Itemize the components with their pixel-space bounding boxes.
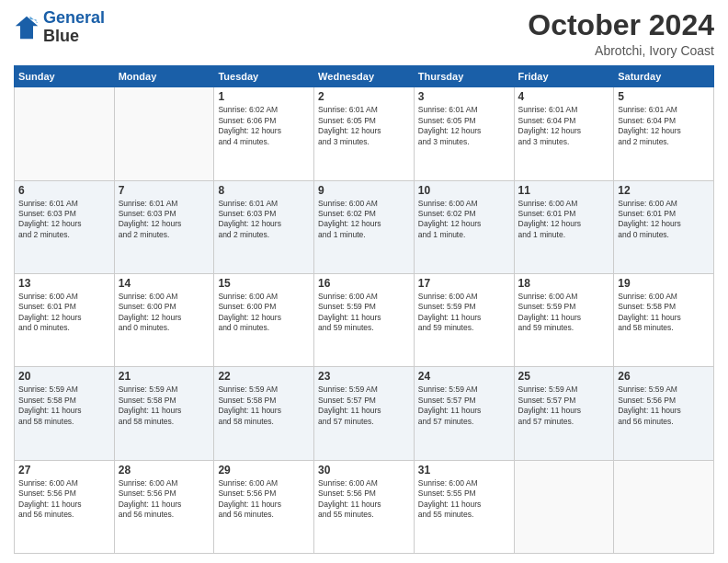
calendar-cell: 24Sunrise: 5:59 AMSunset: 5:57 PMDayligh… — [414, 367, 514, 460]
day-number: 15 — [218, 277, 310, 290]
day-number: 28 — [119, 464, 210, 477]
day-number: 9 — [318, 184, 410, 197]
day-info: Sunrise: 6:00 AMSunset: 6:02 PMDaylight:… — [318, 199, 410, 241]
day-number: 10 — [418, 184, 510, 197]
calendar-cell: 1Sunrise: 6:02 AMSunset: 6:06 PMDaylight… — [214, 87, 314, 180]
day-info: Sunrise: 5:59 AMSunset: 5:57 PMDaylight:… — [418, 385, 510, 427]
calendar-cell: 11Sunrise: 6:00 AMSunset: 6:01 PMDayligh… — [514, 180, 614, 273]
day-info: Sunrise: 6:01 AMSunset: 6:04 PMDaylight:… — [618, 105, 710, 147]
calendar-week-2: 6Sunrise: 6:01 AMSunset: 6:03 PMDaylight… — [15, 180, 714, 273]
calendar-header-row: SundayMondayTuesdayWednesdayThursdayFrid… — [15, 66, 714, 87]
day-number: 22 — [218, 370, 310, 383]
day-number: 13 — [18, 277, 110, 290]
day-info: Sunrise: 6:01 AMSunset: 6:05 PMDaylight:… — [318, 105, 410, 147]
day-number: 26 — [618, 370, 710, 383]
day-number: 23 — [318, 370, 410, 383]
day-info: Sunrise: 6:00 AMSunset: 6:00 PMDaylight:… — [218, 292, 310, 334]
col-header-friday: Friday — [514, 66, 614, 87]
day-number: 3 — [418, 90, 510, 103]
calendar-cell: 16Sunrise: 6:00 AMSunset: 5:59 PMDayligh… — [314, 273, 415, 366]
day-info: Sunrise: 5:59 AMSunset: 5:58 PMDaylight:… — [18, 385, 110, 427]
calendar-cell: 13Sunrise: 6:00 AMSunset: 6:01 PMDayligh… — [15, 273, 115, 366]
calendar-cell: 5Sunrise: 6:01 AMSunset: 6:04 PMDaylight… — [614, 87, 714, 180]
day-number: 11 — [518, 184, 610, 197]
col-header-saturday: Saturday — [614, 66, 714, 87]
day-number: 20 — [18, 370, 110, 383]
day-info: Sunrise: 6:00 AMSunset: 5:58 PMDaylight:… — [618, 292, 710, 334]
day-info: Sunrise: 6:00 AMSunset: 5:59 PMDaylight:… — [518, 292, 610, 334]
calendar-cell: 26Sunrise: 5:59 AMSunset: 5:56 PMDayligh… — [614, 367, 714, 460]
day-info: Sunrise: 6:00 AMSunset: 5:59 PMDaylight:… — [418, 292, 510, 334]
calendar-table: SundayMondayTuesdayWednesdayThursdayFrid… — [14, 65, 714, 554]
calendar-cell: 23Sunrise: 5:59 AMSunset: 5:57 PMDayligh… — [314, 367, 415, 460]
calendar-cell: 18Sunrise: 6:00 AMSunset: 5:59 PMDayligh… — [514, 273, 614, 366]
day-info: Sunrise: 6:01 AMSunset: 6:03 PMDaylight:… — [119, 199, 210, 241]
day-number: 19 — [618, 277, 710, 290]
page: General Blue October 2024 Abrotchi, Ivor… — [0, 0, 728, 563]
title-block: October 2024 Abrotchi, Ivory Coast — [528, 9, 714, 58]
day-info: Sunrise: 6:00 AMSunset: 6:01 PMDaylight:… — [18, 292, 110, 334]
day-number: 7 — [119, 184, 210, 197]
logo-line1: General — [43, 8, 105, 27]
day-number: 14 — [119, 277, 210, 290]
calendar-cell: 17Sunrise: 6:00 AMSunset: 5:59 PMDayligh… — [414, 273, 514, 366]
day-number: 5 — [618, 90, 710, 103]
day-number: 29 — [218, 464, 310, 477]
day-number: 4 — [518, 90, 610, 103]
day-number: 1 — [218, 90, 310, 103]
calendar-cell — [15, 87, 115, 180]
calendar-cell: 10Sunrise: 6:00 AMSunset: 6:02 PMDayligh… — [414, 180, 514, 273]
day-info: Sunrise: 6:00 AMSunset: 5:55 PMDaylight:… — [418, 478, 510, 521]
calendar-cell: 3Sunrise: 6:01 AMSunset: 6:05 PMDaylight… — [414, 87, 514, 180]
logo-text: General Blue — [43, 9, 105, 46]
calendar-cell: 14Sunrise: 6:00 AMSunset: 6:00 PMDayligh… — [114, 273, 214, 366]
calendar-cell — [514, 460, 614, 553]
calendar-cell: 29Sunrise: 6:00 AMSunset: 5:56 PMDayligh… — [214, 460, 314, 553]
day-info: Sunrise: 6:00 AMSunset: 5:56 PMDaylight:… — [119, 478, 210, 521]
day-number: 17 — [418, 277, 510, 290]
day-number: 21 — [119, 370, 210, 383]
day-number: 25 — [518, 370, 610, 383]
logo-icon — [14, 15, 40, 40]
day-info: Sunrise: 6:00 AMSunset: 5:56 PMDaylight:… — [18, 478, 110, 521]
col-header-tuesday: Tuesday — [214, 66, 314, 87]
calendar-cell: 21Sunrise: 5:59 AMSunset: 5:58 PMDayligh… — [114, 367, 214, 460]
day-number: 24 — [418, 370, 510, 383]
day-info: Sunrise: 5:59 AMSunset: 5:58 PMDaylight:… — [218, 385, 310, 427]
calendar-cell: 25Sunrise: 5:59 AMSunset: 5:57 PMDayligh… — [514, 367, 614, 460]
calendar-cell — [614, 460, 714, 553]
calendar-cell: 20Sunrise: 5:59 AMSunset: 5:58 PMDayligh… — [15, 367, 115, 460]
logo: General Blue — [14, 9, 105, 46]
col-header-thursday: Thursday — [414, 66, 514, 87]
calendar-cell — [114, 87, 214, 180]
day-info: Sunrise: 6:02 AMSunset: 6:06 PMDaylight:… — [218, 105, 310, 147]
col-header-sunday: Sunday — [15, 66, 115, 87]
calendar-cell: 31Sunrise: 6:00 AMSunset: 5:55 PMDayligh… — [414, 460, 514, 553]
calendar-week-3: 13Sunrise: 6:00 AMSunset: 6:01 PMDayligh… — [15, 273, 714, 366]
day-number: 12 — [618, 184, 710, 197]
calendar-cell: 27Sunrise: 6:00 AMSunset: 5:56 PMDayligh… — [15, 460, 115, 553]
calendar-week-5: 27Sunrise: 6:00 AMSunset: 5:56 PMDayligh… — [15, 460, 714, 553]
calendar-cell: 15Sunrise: 6:00 AMSunset: 6:00 PMDayligh… — [214, 273, 314, 366]
day-info: Sunrise: 6:01 AMSunset: 6:05 PMDaylight:… — [418, 105, 510, 147]
day-info: Sunrise: 6:00 AMSunset: 5:56 PMDaylight:… — [218, 478, 310, 521]
day-number: 6 — [18, 184, 110, 197]
calendar-cell: 2Sunrise: 6:01 AMSunset: 6:05 PMDaylight… — [314, 87, 415, 180]
calendar-cell: 7Sunrise: 6:01 AMSunset: 6:03 PMDaylight… — [114, 180, 214, 273]
calendar-cell: 9Sunrise: 6:00 AMSunset: 6:02 PMDaylight… — [314, 180, 415, 273]
day-number: 18 — [518, 277, 610, 290]
day-number: 8 — [218, 184, 310, 197]
calendar-cell: 19Sunrise: 6:00 AMSunset: 5:58 PMDayligh… — [614, 273, 714, 366]
day-info: Sunrise: 6:00 AMSunset: 6:01 PMDaylight:… — [518, 199, 610, 241]
day-info: Sunrise: 6:00 AMSunset: 6:01 PMDaylight:… — [618, 199, 710, 241]
calendar-cell: 4Sunrise: 6:01 AMSunset: 6:04 PMDaylight… — [514, 87, 614, 180]
calendar-week-4: 20Sunrise: 5:59 AMSunset: 5:58 PMDayligh… — [15, 367, 714, 460]
day-info: Sunrise: 5:59 AMSunset: 5:58 PMDaylight:… — [119, 385, 210, 427]
day-info: Sunrise: 6:00 AMSunset: 5:56 PMDaylight:… — [318, 478, 410, 521]
location: Abrotchi, Ivory Coast — [528, 43, 714, 58]
day-number: 31 — [418, 464, 510, 477]
day-number: 16 — [318, 277, 410, 290]
day-info: Sunrise: 6:00 AMSunset: 6:00 PMDaylight:… — [119, 292, 210, 334]
day-info: Sunrise: 5:59 AMSunset: 5:57 PMDaylight:… — [318, 385, 410, 427]
calendar-cell: 6Sunrise: 6:01 AMSunset: 6:03 PMDaylight… — [15, 180, 115, 273]
